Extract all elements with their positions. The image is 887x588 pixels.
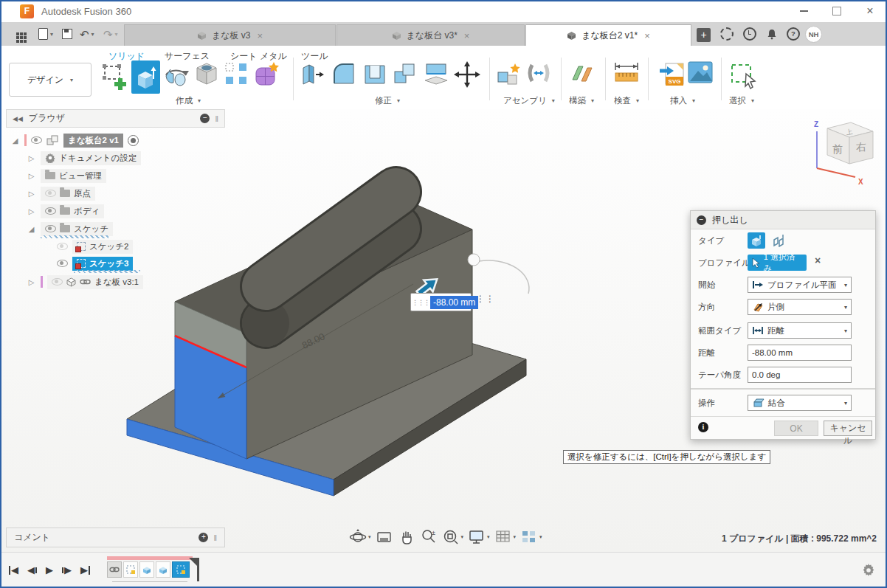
timeline-play-button[interactable]: ▶ xyxy=(46,564,53,575)
maximize-button[interactable] xyxy=(824,1,849,21)
timeline-playhead-bar[interactable] xyxy=(197,558,199,581)
user-avatar[interactable]: NH xyxy=(805,22,822,46)
dialog-collapse-icon[interactable]: − xyxy=(697,215,706,225)
shell-button[interactable] xyxy=(362,60,388,87)
browser-minimize-icon[interactable]: − xyxy=(200,114,210,123)
timeline-feature-linked-component[interactable] xyxy=(107,561,122,578)
dimension-input-value[interactable]: -88.00 mm xyxy=(430,296,478,309)
rotate-manipulator-handle[interactable] xyxy=(468,254,480,266)
distance-input[interactable]: -88.00 mm xyxy=(748,345,852,361)
type-extrude-solid-button[interactable] xyxy=(748,232,765,249)
expand-icon[interactable]: ▷ xyxy=(27,207,36,215)
info-icon[interactable]: i xyxy=(698,422,708,432)
extrude-dialog-header[interactable]: − 押し出し xyxy=(691,211,875,229)
look-at-button[interactable] xyxy=(376,528,393,546)
pan-button[interactable] xyxy=(398,528,415,546)
grid-snap-button[interactable]: ▾ xyxy=(494,528,517,546)
insert-canvas-button[interactable] xyxy=(687,60,714,84)
select-group-label[interactable]: 選択▾ xyxy=(729,95,754,106)
select-button[interactable] xyxy=(729,60,759,91)
ok-button[interactable]: OK xyxy=(774,421,818,436)
browser-grip-icon[interactable]: ‖ xyxy=(215,114,218,123)
file-menu-button[interactable]: ▾ xyxy=(38,22,53,46)
dimension-options-handle[interactable]: ⋮⋮ xyxy=(476,294,495,304)
visibility-eye-icon[interactable] xyxy=(45,225,56,232)
visibility-eye-off-icon[interactable] xyxy=(45,190,56,197)
assemble-group-label[interactable]: アセンブリ▾ xyxy=(503,95,555,106)
viewport-canvas[interactable]: 88.00 上 前 右 Z X ⋮⋮⋮ -88.00 mm ⋮⋮ 選択を修正する… xyxy=(0,109,887,552)
type-extrude-thin-button[interactable] xyxy=(770,232,787,249)
extrude-button-active[interactable] xyxy=(131,60,160,94)
operation-dropdown[interactable]: 結合▾ xyxy=(748,395,852,411)
redo-button[interactable]: ↷▾ xyxy=(103,22,118,46)
save-button[interactable] xyxy=(62,22,72,46)
browser-root-label[interactable]: まな板台2 v1 xyxy=(63,134,123,148)
browser-row-view-management[interactable]: ▷ ビュー管理 xyxy=(27,167,106,184)
fit-button[interactable]: ▾ xyxy=(442,528,464,546)
taper-angle-input[interactable]: 0.0 deg xyxy=(748,367,852,383)
doc-tab-manaitadai2-v1-active[interactable]: まな板台2 v1* × xyxy=(525,24,691,46)
rotate-manipulator-arc[interactable] xyxy=(479,260,529,294)
new-component-button[interactable] xyxy=(495,60,523,89)
new-document-button[interactable]: + xyxy=(697,28,711,42)
visibility-eye-icon[interactable] xyxy=(31,136,42,144)
doc-tab-close-icon[interactable]: × xyxy=(464,30,470,41)
browser-row-origin[interactable]: ▷ 原点 xyxy=(27,185,95,201)
measure-button[interactable] xyxy=(612,60,641,86)
close-button[interactable]: × xyxy=(857,1,883,21)
view-cube[interactable]: 上 前 右 Z X xyxy=(807,117,883,187)
viewports-button[interactable]: ▾ xyxy=(520,528,542,546)
profile-selected-button[interactable]: 1 選択済み xyxy=(748,255,807,271)
browser-row-sketch3-selected[interactable]: スケッチ3 xyxy=(57,255,133,271)
expand-icon[interactable]: ◢ xyxy=(27,225,36,233)
browser-row-bodies[interactable]: ▷ ボディ xyxy=(27,203,104,219)
doc-tab-close-icon[interactable]: × xyxy=(644,30,650,41)
comments-bar[interactable]: コメント + ‖ xyxy=(6,528,225,547)
timeline-step-back-button[interactable]: ◀ xyxy=(27,564,37,575)
display-settings-button[interactable]: ▾ xyxy=(468,528,490,546)
dimension-input-grip[interactable]: ⋮⋮⋮ xyxy=(411,300,430,305)
extent-type-dropdown[interactable]: 距離▾ xyxy=(748,322,852,339)
timeline-feature-extrude-2[interactable] xyxy=(156,561,170,578)
visibility-eye-icon[interactable] xyxy=(57,260,68,267)
job-status-button[interactable] xyxy=(743,22,756,46)
browser-row-document-settings[interactable]: ▷ ドキュメントの設定 xyxy=(27,150,141,166)
doc-tab-manaitadai-v3[interactable]: まな板台 v3* × xyxy=(336,24,525,46)
orbit-button[interactable]: ▾ xyxy=(349,528,371,546)
modify-group-label[interactable]: 修正▾ xyxy=(375,95,400,106)
hole-button[interactable] xyxy=(193,60,220,87)
doc-tab-close-icon[interactable]: × xyxy=(257,30,263,41)
create-form-button[interactable] xyxy=(253,60,281,89)
combine-button[interactable] xyxy=(392,60,418,87)
browser-row-root[interactable]: ◢ まな板台2 v1 xyxy=(10,132,139,148)
expand-icon[interactable]: ▷ xyxy=(27,278,36,286)
insert-svg-button[interactable]: SVG xyxy=(658,60,686,91)
fillet-button[interactable] xyxy=(331,60,357,87)
visibility-eye-icon[interactable] xyxy=(45,207,56,215)
activate-component-radio[interactable] xyxy=(128,135,139,146)
notifications-button[interactable] xyxy=(766,22,778,46)
zoom-button[interactable]: ± xyxy=(420,528,438,546)
split-face-button[interactable] xyxy=(423,60,449,87)
visibility-eye-off-icon[interactable] xyxy=(52,278,63,286)
construct-plane-button[interactable] xyxy=(568,60,596,87)
insert-group-label[interactable]: 挿入▾ xyxy=(670,95,695,106)
dimension-input[interactable]: ⋮⋮⋮ -88.00 mm xyxy=(410,293,472,311)
profile-clear-icon[interactable]: × xyxy=(815,255,821,266)
joint-button[interactable] xyxy=(525,60,553,87)
construct-group-label[interactable]: 構築▾ xyxy=(569,95,594,106)
cancel-button[interactable]: キャンセル xyxy=(824,421,872,436)
help-button[interactable]: ? xyxy=(787,22,800,46)
pattern-button[interactable] xyxy=(223,60,249,87)
timeline-feature-sketch-edit-active[interactable] xyxy=(172,561,190,578)
start-dropdown[interactable]: プロファイル平面▾ xyxy=(748,277,852,293)
comments-expand-icon[interactable]: + xyxy=(199,533,208,542)
browser-header[interactable]: ◀◀ ブラウザ − ‖ xyxy=(6,109,225,128)
browser-row-xref-manaita[interactable]: ▷ まな板 v3:1 xyxy=(27,274,143,290)
timeline-feature-extrude-1[interactable] xyxy=(139,561,154,578)
undo-button[interactable]: ↶▾ xyxy=(80,22,94,46)
browser-collapse-icon[interactable]: ◀◀ xyxy=(13,115,23,122)
browser-row-sketch2[interactable]: スケッチ2 xyxy=(57,238,133,255)
inspect-group-label[interactable]: 検査▾ xyxy=(614,95,639,106)
extensions-button[interactable] xyxy=(720,22,734,46)
